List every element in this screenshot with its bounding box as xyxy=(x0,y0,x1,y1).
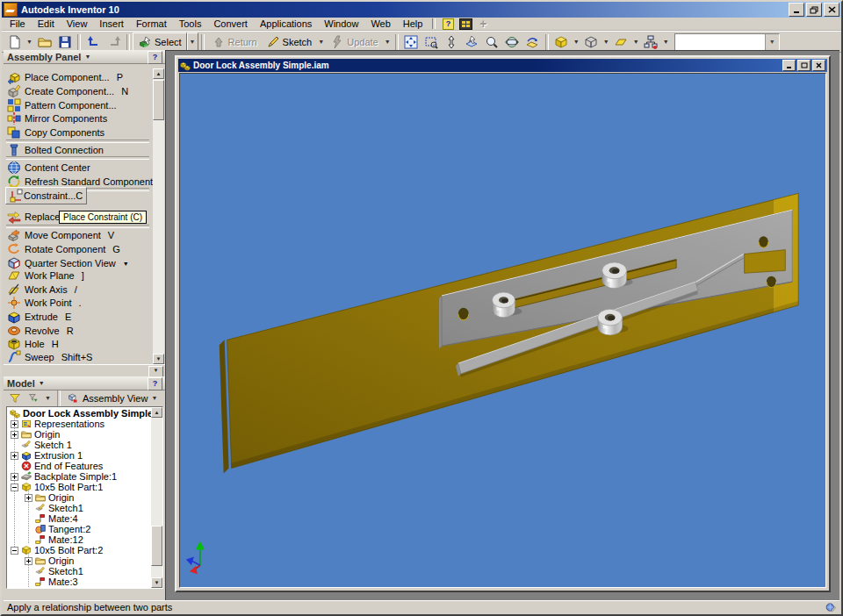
tree-item-representations[interactable]: Representations xyxy=(8,419,150,429)
menu-web[interactable]: Web xyxy=(364,18,396,30)
scroll-up-arrow[interactable]: ▲ xyxy=(151,407,162,418)
shaded-display-dropdown[interactable]: ▼ xyxy=(572,33,581,51)
expand-icon[interactable] xyxy=(11,420,18,428)
scroll-thumb[interactable] xyxy=(151,526,162,566)
zoom-all-button[interactable] xyxy=(482,33,502,51)
tree-item-sketch1[interactable]: Sketch1 xyxy=(8,503,150,513)
menu-insert[interactable]: Insert xyxy=(93,18,130,30)
assembly-panel-header[interactable]: Assembly Panel▼ xyxy=(4,50,165,64)
panel-splitter[interactable]: ▼ xyxy=(4,364,165,377)
tree-item-end-of-features[interactable]: End of Features xyxy=(8,461,150,471)
zoom-dynamic-button[interactable] xyxy=(442,33,462,51)
panel-item-revolve[interactable]: RevolveR xyxy=(7,324,149,338)
assembly-panel-help-button[interactable]: ? xyxy=(148,51,162,64)
select-dropdown[interactable]: ▼ xyxy=(187,32,198,52)
camera-view-dropdown[interactable]: ▼ xyxy=(631,33,641,51)
component-opacity-button[interactable] xyxy=(641,33,661,51)
restore-button[interactable] xyxy=(806,3,822,17)
pan-button[interactable] xyxy=(401,33,422,51)
collapse-icon[interactable] xyxy=(11,547,18,555)
tree-item-sketch1-2[interactable]: Sketch1 xyxy=(8,566,150,577)
filter-dropdown[interactable]: ▼ xyxy=(43,391,53,405)
minimize-button[interactable] xyxy=(789,3,804,17)
scroll-thumb[interactable] xyxy=(153,80,164,120)
new-button[interactable] xyxy=(4,33,25,51)
open-button[interactable] xyxy=(34,33,54,51)
filter-button[interactable] xyxy=(6,391,24,405)
tree-item-bolt-part-1[interactable]: 10x5 Bolt Part:1 xyxy=(8,482,150,492)
tree-item-bolt-part-2[interactable]: 10x5 Bolt Part:2 xyxy=(8,545,150,555)
rotate-orbit-button[interactable] xyxy=(502,33,522,51)
panel-item-sweep[interactable]: SweepShift+S xyxy=(7,350,149,364)
tree-item-mate-3[interactable]: Mate:3 xyxy=(8,577,150,587)
tree-item-origin-2[interactable]: Origin xyxy=(8,492,150,503)
collapse-icon[interactable] xyxy=(11,483,18,491)
menu-edit[interactable]: Edit xyxy=(32,18,61,30)
save-button[interactable] xyxy=(54,33,75,51)
assembly-panel-scrollbar[interactable]: ▲ ▼ xyxy=(153,68,164,364)
expand-icon[interactable] xyxy=(25,557,32,565)
panel-item-constraint-hovered[interactable]: Constraint...C xyxy=(5,187,87,204)
model-tree-scrollbar[interactable]: ▲ ▼ xyxy=(151,407,162,588)
model-panel-help-button[interactable]: ? xyxy=(148,377,162,390)
combobox-dropdown-arrow[interactable]: ▼ xyxy=(765,34,779,50)
wireframe-display-dropdown[interactable]: ▼ xyxy=(602,33,611,51)
quarter-section-dropdown-icon[interactable]: ▼ xyxy=(123,261,129,267)
panel-item-move-component[interactable]: Move ComponentV xyxy=(7,228,149,242)
web-update-status-icon[interactable] xyxy=(825,602,836,612)
menu-view[interactable]: View xyxy=(61,18,94,30)
sketch-button[interactable]: Sketch xyxy=(262,33,317,51)
customize-button[interactable] xyxy=(457,18,474,30)
panel-item-bolted-connection[interactable]: Bolted Connection xyxy=(7,143,149,157)
tree-item-extrusion-1[interactable]: Extrusion 1 xyxy=(8,450,150,461)
scroll-down-arrow[interactable]: ▼ xyxy=(153,354,164,364)
panel-item-work-point[interactable]: Work Point. xyxy=(7,296,149,310)
scroll-down-arrow[interactable]: ▼ xyxy=(151,577,162,588)
tree-item-backplate[interactable]: Backplate Simple:1 xyxy=(8,471,150,482)
panel-item-work-plane[interactable]: Work Plane] xyxy=(7,269,149,283)
doc-close-button[interactable] xyxy=(812,60,825,71)
tree-item-sketch-1[interactable]: Sketch 1 xyxy=(8,440,150,450)
filter-options-button[interactable] xyxy=(25,391,41,405)
component-opacity-dropdown[interactable]: ▼ xyxy=(661,33,671,51)
panel-item-mirror-components[interactable]: Mirror Components xyxy=(7,111,149,125)
model-panel-header[interactable]: Model▼ xyxy=(4,376,165,390)
menu-applications[interactable]: Applications xyxy=(254,18,318,30)
panel-item-work-axis[interactable]: Work Axis/ xyxy=(7,283,149,297)
tree-item-root[interactable]: Door Lock Assembly Simple.iam xyxy=(8,408,150,419)
assembly-view-label[interactable]: Assembly View xyxy=(83,393,148,404)
tree-item-tangent-2[interactable]: Tangent:2 xyxy=(8,524,150,534)
expand-icon[interactable] xyxy=(11,452,18,460)
expand-icon[interactable] xyxy=(11,473,18,481)
wireframe-display-button[interactable] xyxy=(581,33,602,51)
menu-format[interactable]: Format xyxy=(130,18,173,30)
doc-maximize-button[interactable] xyxy=(797,60,811,71)
close-button[interactable] xyxy=(824,3,839,17)
menu-convert[interactable]: Convert xyxy=(207,18,254,30)
panel-item-create-component[interactable]: Create Component...N xyxy=(7,84,149,98)
panel-item-place-component[interactable]: Place Component...P xyxy=(7,70,149,84)
undo-button[interactable] xyxy=(83,33,104,51)
doc-minimize-button[interactable] xyxy=(782,60,796,71)
menu-help[interactable]: Help xyxy=(397,18,429,30)
panel-item-extrude[interactable]: ExtrudeE xyxy=(7,310,149,324)
assembly-view-dropdown[interactable]: ▼ xyxy=(149,391,159,405)
look-at-button[interactable] xyxy=(522,33,543,51)
menu-tools[interactable]: Tools xyxy=(173,18,208,30)
menu-window[interactable]: Window xyxy=(318,18,364,30)
panel-item-hole[interactable]: HoleH xyxy=(7,337,149,351)
parameter-combobox[interactable]: ▼ xyxy=(674,33,780,51)
document-titlebar[interactable]: Door Lock Assembly Simple.iam xyxy=(178,59,827,72)
camera-view-button[interactable] xyxy=(611,33,631,51)
3d-viewport[interactable] xyxy=(179,73,826,588)
update-dropdown[interactable]: ▼ xyxy=(383,33,393,51)
sketch-dropdown[interactable]: ▼ xyxy=(316,33,326,51)
zoom-window-button[interactable] xyxy=(422,33,442,51)
tree-item-origin[interactable]: Origin xyxy=(8,429,150,440)
tree-item-mate-4[interactable]: Mate:4 xyxy=(8,513,150,524)
zoom-selected-button[interactable] xyxy=(462,33,482,51)
expand-icon[interactable] xyxy=(11,431,18,439)
panel-item-copy-components[interactable]: Copy Components xyxy=(7,125,149,140)
new-dropdown[interactable]: ▼ xyxy=(25,33,34,51)
panel-item-pattern-component[interactable]: Pattern Component... xyxy=(7,98,149,112)
